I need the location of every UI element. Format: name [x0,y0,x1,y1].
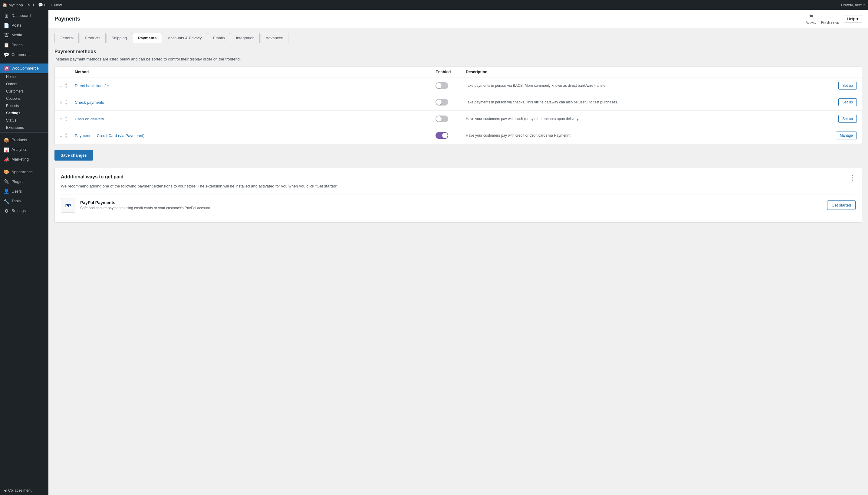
payment-action-check: Set up [826,98,857,106]
sort-up-arrow[interactable]: ▲ [65,116,68,119]
setup-button-check[interactable]: Set up [838,98,857,106]
toggle-switch-check[interactable] [436,99,448,105]
sidebar-item-comments[interactable]: 💬 Comments [0,50,48,59]
sort-up-arrow[interactable]: ▲ [65,99,68,102]
payment-name-direct-bank[interactable]: Direct bank transfer [75,83,436,88]
toggle-paymennt[interactable] [436,132,466,139]
sidebar-item-posts[interactable]: 📄 Posts [0,20,48,30]
sidebar-bottom-nav: 📦 Products 📊 Analytics 📣 Marketing 🎨 App… [0,134,48,217]
extension-name-paypal: PayPal Payments [80,200,822,205]
collapse-menu-button[interactable]: ◀ Collapse menu [0,486,48,495]
header-actions: ⚑ Activity ○ Finish setup Help ▾ [806,13,862,24]
activity-button[interactable]: ⚑ Activity [806,13,816,24]
manage-button-paymennt[interactable]: Manage [836,132,857,139]
new-button[interactable]: + New [51,3,62,7]
drag-handle-icon[interactable]: ≡ [60,83,62,88]
sidebar-item-customers[interactable]: Customers [0,88,48,95]
sidebar-item-tools[interactable]: 🔧 Tools [0,196,48,206]
sidebar-divider-1 [0,62,48,62]
toggle-knob [436,100,442,105]
sidebar-item-coupons[interactable]: Coupons [0,95,48,102]
tab-integration[interactable]: Integration [231,33,260,43]
sidebar-item-pages[interactable]: 📋 Pages [0,40,48,50]
toggle-direct-bank[interactable] [436,82,466,89]
save-changes-button[interactable]: Save changes [54,150,93,160]
table-row: ≡ ▲ ▼ Direct bank transfer Take payments… [55,78,862,94]
col-drag [60,70,75,74]
sidebar-item-marketing[interactable]: 📣 Marketing [0,154,48,164]
sort-arrows: ▲ ▼ [65,132,68,139]
col-enabled: Enabled [436,70,466,74]
sidebar-item-status[interactable]: Status [0,117,48,124]
payment-action-direct-bank: Set up [826,82,857,89]
toggle-check[interactable] [436,99,466,105]
payment-name-check[interactable]: Check payments [75,100,436,105]
three-dots-menu[interactable]: ⋮ [849,174,856,182]
sort-down-arrow[interactable]: ▼ [65,119,68,122]
payment-methods-description: Installed payment methods are listed bel… [54,57,862,62]
main-header: Payments ⚑ Activity ○ Finish setup Help … [48,10,868,28]
get-started-button-paypal[interactable]: Get started [827,201,856,210]
svg-text:PP: PP [65,203,71,208]
row-controls-check: ≡ ▲ ▼ [60,99,75,105]
site-name-link[interactable]: 🏠 MyShop [2,3,23,7]
extension-info-paypal: PayPal Payments Safe and secure payments… [80,200,822,210]
toggle-cod[interactable] [436,116,466,122]
dashboard-icon: ⊞ [4,13,9,18]
sidebar-item-analytics[interactable]: 📊 Analytics [0,145,48,154]
sidebar-item-orders[interactable]: Orders [0,81,48,88]
sidebar-item-settings-bottom[interactable]: ⚙ Settings [0,206,48,216]
sidebar-item-users[interactable]: 👤 Users [0,187,48,196]
setup-button-cod[interactable]: Set up [838,115,857,123]
help-button[interactable]: Help ▾ [844,15,862,23]
sort-up-arrow[interactable]: ▲ [65,132,68,135]
sidebar-item-home[interactable]: Home [0,73,48,81]
updates-link[interactable]: ↻ 3 [27,3,34,7]
sidebar-item-reports[interactable]: Reports [0,102,48,109]
additional-title: Additional ways to get paid [61,174,124,180]
tools-icon: 🔧 [4,198,9,204]
sort-down-arrow[interactable]: ▼ [65,86,68,89]
drag-handle-icon[interactable]: ≡ [60,116,62,122]
extension-desc-paypal: Safe and secure payments using credit ca… [80,206,822,210]
drag-handle-icon[interactable]: ≡ [60,133,62,138]
products-icon: 📦 [4,137,9,143]
sidebar-item-products[interactable]: 📦 Products [0,135,48,145]
additional-section: Additional ways to get paid ⋮ We recomme… [54,168,862,223]
tab-products[interactable]: Products [80,33,105,43]
tab-payments[interactable]: Payments [133,33,162,43]
toggle-switch-paymennt[interactable] [436,132,448,139]
finish-setup-button[interactable]: ○ Finish setup [821,14,839,24]
sort-down-arrow[interactable]: ▼ [65,136,68,139]
sort-down-arrow[interactable]: ▼ [65,103,68,105]
sidebar-item-settings[interactable]: Settings [0,109,48,117]
payment-name-cod[interactable]: Cash on delivery [75,117,436,121]
sidebar-item-appearance[interactable]: 🎨 Appearance [0,167,48,177]
setup-button-direct-bank[interactable]: Set up [838,82,857,89]
sidebar-item-dashboard[interactable]: ⊞ Dashboard [0,11,48,20]
sidebar-item-extensions[interactable]: Extensions [0,124,48,131]
users-icon: 👤 [4,189,9,194]
toggle-knob [436,116,442,122]
comments-icon: 💬 [38,3,43,7]
woocommerce-header[interactable]: W WooCommerce [0,64,48,73]
sort-arrows: ▲ ▼ [65,99,68,105]
tab-shipping[interactable]: Shipping [107,33,132,43]
tab-general[interactable]: General [54,33,79,43]
drag-handle-icon[interactable]: ≡ [60,100,62,105]
payment-action-cod: Set up [826,115,857,123]
comments-link[interactable]: 💬 0 [38,3,46,7]
tab-advanced[interactable]: Advanced [261,33,289,43]
toggle-switch-direct-bank[interactable] [436,82,448,89]
appearance-icon: 🎨 [4,169,9,175]
payment-name-paymennt[interactable]: Paymennt – Credit Card (via Paymennt) [75,133,436,138]
tab-emails[interactable]: Emails [208,33,230,43]
sidebar-item-media[interactable]: 🖼 Media [0,30,48,40]
sidebar-item-plugins[interactable]: 🔌 Plugins [0,177,48,187]
sort-up-arrow[interactable]: ▲ [65,82,68,85]
toggle-switch-cod[interactable] [436,116,448,122]
main-content: Payments ⚑ Activity ○ Finish setup Help … [48,10,868,495]
row-controls-paymennt: ≡ ▲ ▼ [60,132,75,139]
table-row: ≡ ▲ ▼ Cash on delivery Have your custome… [55,111,862,127]
tab-accounts-privacy[interactable]: Accounts & Privacy [163,33,207,43]
